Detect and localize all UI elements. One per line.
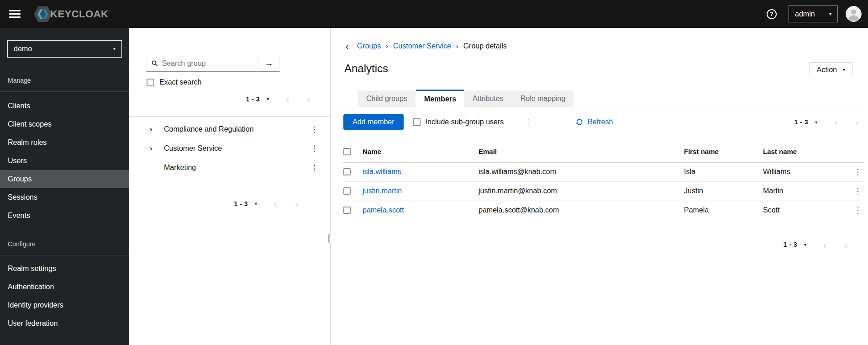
- kebab-menu-icon[interactable]: ⋮: [309, 125, 320, 134]
- user-menu-dropdown[interactable]: admin ▾: [789, 5, 838, 22]
- prev-page-icon[interactable]: ‹: [834, 117, 837, 127]
- breadcrumb: ‹ Groups › Customer Service › Group deta…: [346, 42, 868, 51]
- sidebar-nav: demo ▾ Manage Clients Client scopes Real…: [0, 28, 129, 345]
- exact-search-checkbox[interactable]: [147, 79, 154, 86]
- search-submit-button[interactable]: →: [258, 55, 280, 72]
- sidebar-item-identity-providers[interactable]: Identity providers: [0, 296, 129, 314]
- members-toolbar: Add member Include sub-group users ⋮ Ref…: [343, 114, 858, 130]
- group-details-main: ‹ Groups › Customer Service › Group deta…: [331, 28, 868, 345]
- table-row: justin.martin justin.martin@knab.com Jus…: [343, 181, 864, 201]
- select-all-checkbox[interactable]: [343, 148, 351, 155]
- prev-page-icon[interactable]: ‹: [823, 240, 826, 249]
- refresh-button[interactable]: Refresh: [576, 118, 613, 126]
- tab-role-mapping[interactable]: Role mapping: [512, 90, 574, 107]
- tree-divider: [129, 116, 330, 117]
- member-email: isla.williams@knab.com: [479, 162, 684, 181]
- sidebar-item-events[interactable]: Events: [0, 207, 129, 225]
- pagination-range: 1 - 3: [794, 118, 808, 126]
- caret-down-icon: ▾: [843, 68, 845, 72]
- expand-chevron-icon[interactable]: ›: [150, 144, 164, 153]
- include-subgroups-checkbox[interactable]: [413, 118, 421, 126]
- pagination-caret-icon[interactable]: ▾: [267, 96, 269, 101]
- column-header-last-name: Last name: [763, 141, 851, 162]
- add-member-button[interactable]: Add member: [343, 114, 404, 130]
- include-subgroups-label: Include sub-group users: [426, 118, 504, 126]
- page-title: Analytics: [344, 62, 388, 75]
- topbar-actions: ? admin ▾: [767, 5, 862, 22]
- question-mark-glyph: ?: [770, 11, 773, 17]
- sidebar-item-groups[interactable]: Groups: [0, 170, 129, 188]
- search-group-input[interactable]: [162, 59, 254, 68]
- action-dropdown-button[interactable]: Action ▾: [810, 62, 853, 77]
- user-avatar-icon: [846, 6, 862, 22]
- search-icon: [152, 60, 158, 67]
- prev-page-icon[interactable]: ‹: [274, 199, 277, 208]
- table-row: isla.williams isla.williams@knab.com Isl…: [343, 162, 864, 181]
- exact-search-label: Exact search: [159, 78, 201, 86]
- tab-attributes[interactable]: Attributes: [464, 90, 512, 107]
- sidebar-item-client-scopes[interactable]: Client scopes: [0, 115, 129, 133]
- help-icon[interactable]: ?: [767, 9, 777, 19]
- next-page-icon[interactable]: ›: [295, 199, 298, 208]
- member-first-name: Justin: [684, 181, 763, 201]
- tree-pagination-bottom: 1 - 3 ▾ ‹ ›: [129, 199, 330, 208]
- prev-page-icon[interactable]: ‹: [286, 94, 289, 104]
- refresh-icon: [576, 118, 583, 126]
- row-checkbox[interactable]: [343, 207, 351, 214]
- breadcrumb-link-groups[interactable]: Groups: [357, 42, 381, 50]
- next-page-icon[interactable]: ›: [844, 240, 847, 249]
- sidebar-divider: [0, 255, 129, 255]
- column-header-email: Email: [479, 141, 684, 162]
- tree-item-customer-service[interactable]: › Customer Service ⋮: [129, 139, 330, 158]
- sidebar-item-realm-roles[interactable]: Realm roles: [0, 133, 129, 152]
- toolbar-kebab-icon[interactable]: ⋮: [523, 117, 534, 127]
- member-name-link[interactable]: isla.williams: [363, 168, 401, 175]
- row-checkbox[interactable]: [343, 187, 351, 195]
- tree-item-label[interactable]: Customer Service: [164, 144, 222, 153]
- members-table: Name Email First name Last name isla.wil…: [343, 141, 864, 220]
- tree-item-marketing[interactable]: Marketing ⋮: [129, 158, 330, 177]
- table-header-row: Name Email First name Last name: [343, 141, 864, 162]
- kebab-menu-icon[interactable]: ⋮: [309, 144, 320, 154]
- table-row: pamela.scott pamela.scott@knab.com Pamel…: [343, 201, 864, 220]
- sidebar-item-authentication[interactable]: Authentication: [0, 278, 129, 296]
- sidebar-item-users[interactable]: Users: [0, 152, 129, 170]
- row-kebab-icon[interactable]: ⋮: [851, 201, 864, 220]
- section-label-configure: Configure: [0, 225, 129, 255]
- tree-item-label[interactable]: Marketing: [164, 164, 196, 172]
- caret-down-icon: ▾: [829, 12, 831, 16]
- sidebar-item-realm-settings[interactable]: Realm settings: [0, 260, 129, 278]
- pagination-caret-icon[interactable]: ▾: [804, 242, 806, 247]
- realm-name: demo: [14, 45, 32, 53]
- column-header-name: Name: [363, 141, 479, 162]
- pagination-caret-icon[interactable]: ▾: [815, 120, 817, 125]
- realm-selector-dropdown[interactable]: demo ▾: [7, 40, 122, 58]
- sidebar-item-sessions[interactable]: Sessions: [0, 188, 129, 207]
- group-search-field: [146, 55, 258, 72]
- breadcrumb-back-icon[interactable]: ‹: [346, 42, 349, 51]
- hamburger-menu-icon[interactable]: [9, 10, 21, 18]
- top-bar: KEYCLOAK ? admin ▾: [0, 0, 868, 28]
- tree-item-label[interactable]: Compliance and Regulation: [164, 125, 254, 133]
- kebab-menu-icon[interactable]: ⋮: [309, 163, 320, 173]
- pagination-caret-icon[interactable]: ▾: [255, 201, 257, 206]
- member-name-link[interactable]: pamela.scott: [363, 206, 404, 214]
- tab-child-groups[interactable]: Child groups: [358, 90, 416, 107]
- row-kebab-icon[interactable]: ⋮: [851, 181, 864, 201]
- member-email: pamela.scott@knab.com: [479, 201, 684, 220]
- sidebar-divider: [0, 91, 129, 92]
- row-kebab-icon[interactable]: ⋮: [851, 162, 864, 181]
- breadcrumb-link-customer-service[interactable]: Customer Service: [393, 42, 451, 50]
- exact-search-row: Exact search: [147, 78, 330, 86]
- next-page-icon[interactable]: ›: [307, 94, 310, 104]
- member-name-link[interactable]: justin.martin: [363, 187, 402, 195]
- avatar[interactable]: [846, 6, 862, 22]
- toolbar-divider: [561, 115, 561, 129]
- sidebar-item-user-federation[interactable]: User federation: [0, 314, 129, 333]
- tab-members[interactable]: Members: [416, 90, 464, 107]
- expand-chevron-icon[interactable]: ›: [150, 125, 164, 133]
- sidebar-item-clients[interactable]: Clients: [0, 97, 129, 115]
- row-checkbox[interactable]: [343, 168, 351, 175]
- tree-item-compliance-and-regulation[interactable]: › Compliance and Regulation ⋮: [129, 120, 330, 139]
- next-page-icon[interactable]: ›: [855, 117, 858, 127]
